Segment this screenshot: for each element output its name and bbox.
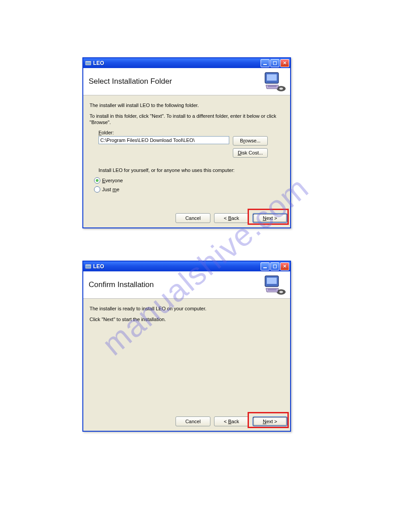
- window-controls: [261, 262, 289, 270]
- info-line-2: To install in this folder, click "Next".…: [90, 113, 284, 126]
- svg-rect-11: [86, 268, 90, 269]
- installer-icon: [85, 263, 91, 270]
- folder-input[interactable]: [98, 136, 229, 144]
- back-button[interactable]: < Back: [214, 213, 249, 223]
- browse-button[interactable]: Browse...: [233, 136, 268, 146]
- installer-icon: [85, 60, 91, 66]
- wizard-button-row: Cancel < Back Next >: [176, 416, 287, 426]
- close-button[interactable]: [280, 59, 289, 67]
- computer-cd-icon: [263, 274, 287, 296]
- cancel-button[interactable]: Cancel: [176, 416, 210, 426]
- titlebar[interactable]: LEO: [83, 58, 290, 68]
- radio-icon: [94, 186, 100, 193]
- window-title: LEO: [93, 60, 261, 66]
- disk-cost-button[interactable]: Disk Cost...: [233, 148, 268, 158]
- svg-rect-15: [267, 278, 277, 284]
- dialog-body: The installer is ready to install LEO on…: [83, 299, 290, 323]
- info-line-2: Click "Next" to start the installation.: [90, 317, 284, 323]
- next-button[interactable]: Next >: [253, 416, 287, 426]
- svg-rect-6: [267, 74, 277, 81]
- svg-rect-1: [86, 62, 91, 64]
- svg-rect-10: [86, 265, 91, 268]
- next-button[interactable]: Next >: [253, 213, 287, 223]
- dialog-body: The installer will install LEO to the fo…: [83, 95, 290, 193]
- banner-title: Select Installation Folder: [89, 77, 172, 86]
- maximize-button[interactable]: [270, 59, 279, 67]
- folder-label: Folder:: [98, 130, 284, 135]
- radio-group-install-scope: Everyone Just me: [94, 177, 284, 193]
- minimize-button[interactable]: [261, 59, 270, 67]
- wizard-button-row: Cancel < Back Next >: [176, 213, 287, 223]
- installer-dialog-confirm: LEO Confirm Installation The installer i…: [82, 261, 291, 432]
- maximize-button[interactable]: [270, 262, 279, 270]
- radio-icon: [94, 177, 100, 184]
- window-controls: [261, 59, 289, 67]
- svg-point-4: [279, 88, 283, 90]
- radio-just-me[interactable]: Just me: [94, 186, 284, 193]
- back-button[interactable]: < Back: [214, 416, 249, 426]
- minimize-button[interactable]: [261, 262, 270, 270]
- cancel-button[interactable]: Cancel: [176, 213, 210, 223]
- close-button[interactable]: [280, 262, 289, 270]
- window-title: LEO: [93, 263, 261, 270]
- install-for-label: Install LEO for yourself, or for anyone …: [98, 167, 284, 173]
- folder-group: Folder: Browse... Disk Cost...: [98, 130, 284, 158]
- svg-point-13: [279, 291, 283, 293]
- info-line-1: The installer will install LEO to the fo…: [90, 103, 284, 109]
- info-line-1: The installer is ready to install LEO on…: [90, 306, 284, 312]
- computer-cd-icon: [263, 71, 287, 92]
- radio-everyone[interactable]: Everyone: [94, 177, 284, 184]
- svg-rect-2: [86, 64, 90, 65]
- banner: Select Installation Folder: [83, 68, 290, 95]
- titlebar[interactable]: LEO: [83, 262, 290, 271]
- banner-title: Confirm Installation: [89, 280, 154, 289]
- installer-dialog-select-folder: LEO Select Installation Folder The insta…: [82, 57, 291, 228]
- banner: Confirm Installation: [83, 271, 290, 299]
